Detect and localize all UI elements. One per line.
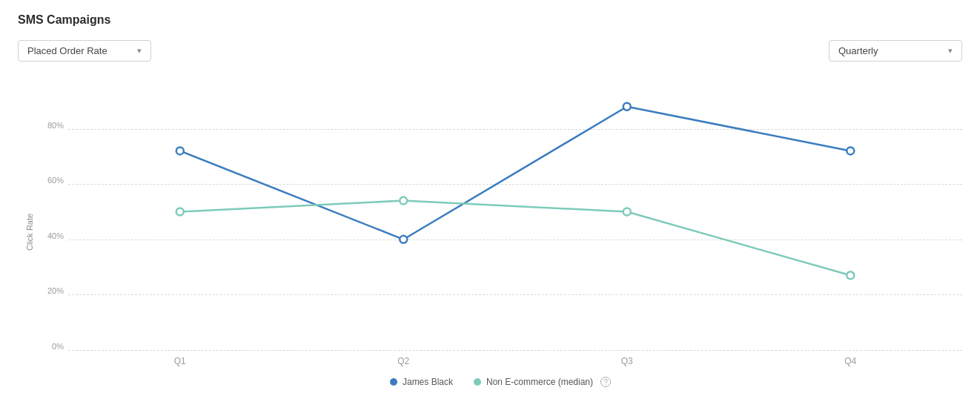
chart-dot (847, 147, 854, 154)
y-tick-label: 60% (39, 176, 64, 185)
metric-dropdown[interactable]: Placed Order Rate ▾ (18, 40, 151, 62)
y-tick-label: 40% (39, 231, 64, 240)
x-axis-label: Q4 (739, 356, 963, 366)
chart-dot (400, 236, 407, 243)
main-container: SMS Campaigns Placed Order Rate ▾ Quarte… (0, 0, 980, 399)
period-dropdown[interactable]: Quarterly ▾ (829, 40, 962, 62)
chart-inner: 80%60%40%20%0% Q1Q2Q3Q4 James BlackNon E… (39, 73, 962, 390)
controls-row: Placed Order Rate ▾ Quarterly ▾ (18, 40, 962, 62)
y-tick-label: 80% (39, 121, 64, 130)
x-axis-label: Q1 (68, 356, 292, 366)
y-tick-label: 20% (39, 286, 64, 295)
chart-dot (400, 197, 407, 205)
period-dropdown-chevron: ▾ (948, 46, 953, 56)
period-dropdown-label: Quarterly (838, 45, 878, 56)
legend-item: Non E-commerce (median)? (474, 377, 611, 387)
chart-dot (623, 208, 631, 216)
metric-dropdown-chevron: ▾ (137, 46, 142, 56)
chart-dot (176, 208, 184, 216)
legend-label: James Black (403, 377, 453, 387)
legend-item: James Black (390, 377, 453, 387)
chart-dot (623, 103, 631, 111)
chart-area: Click Rate 80%60%40%20%0% Q1Q2Q3Q4 James… (18, 73, 962, 390)
x-axis: Q1Q2Q3Q4 (68, 350, 962, 369)
chart-line (180, 107, 851, 240)
chart-dot (176, 147, 184, 154)
legend: James BlackNon E-commerce (median)? (39, 369, 962, 390)
chart-dot (847, 271, 854, 279)
chart-svg (68, 73, 962, 350)
x-axis-label: Q2 (292, 356, 516, 366)
grid-line: 0% (68, 350, 962, 351)
x-axis-label: Q3 (515, 356, 739, 366)
legend-dot (390, 378, 397, 386)
y-tick-label: 0% (39, 342, 64, 351)
legend-dot (474, 378, 481, 386)
chart-plot: 80%60%40%20%0% (39, 73, 962, 350)
metric-dropdown-label: Placed Order Rate (27, 45, 107, 56)
y-axis-label: Click Rate (18, 73, 39, 390)
legend-label: Non E-commerce (median) (486, 377, 593, 387)
chart-line (180, 201, 851, 276)
page-title: SMS Campaigns (18, 13, 962, 27)
help-icon[interactable]: ? (600, 377, 611, 387)
